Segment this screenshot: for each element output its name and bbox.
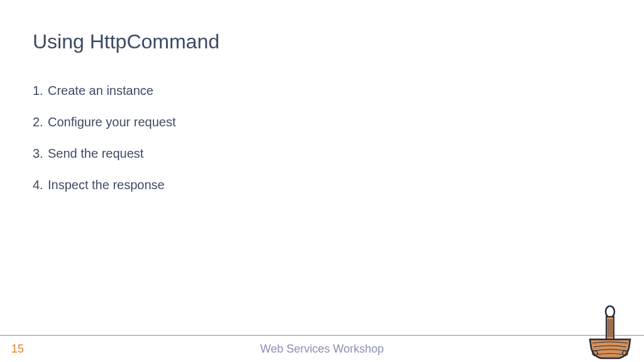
list-item: 4. Inspect the response bbox=[33, 176, 175, 194]
hammer-logo-icon bbox=[587, 304, 633, 361]
list-item: 3. Send the request bbox=[33, 145, 175, 162]
list-text: Configure your request bbox=[48, 113, 175, 131]
list-item: 2. Configure your request bbox=[33, 113, 175, 131]
svg-point-0 bbox=[606, 306, 614, 317]
title-prefix: Using bbox=[33, 30, 90, 53]
footer-title: Web Services Workshop bbox=[260, 343, 384, 356]
list-text: Inspect the response bbox=[48, 176, 165, 194]
list-text: Create an instance bbox=[48, 82, 153, 99]
title-code: HttpCommand bbox=[90, 30, 219, 53]
list-number: 3. bbox=[33, 145, 48, 162]
list-item: 1. Create an instance bbox=[33, 82, 175, 99]
slide-title: Using HttpCommand bbox=[33, 30, 219, 53]
page-number: 15 bbox=[11, 343, 24, 356]
list-number: 2. bbox=[33, 113, 48, 131]
numbered-list: 1. Create an instance 2. Configure your … bbox=[33, 82, 175, 207]
divider bbox=[0, 335, 644, 336]
list-number: 4. bbox=[33, 176, 48, 194]
list-number: 1. bbox=[33, 82, 48, 99]
list-text: Send the request bbox=[48, 145, 143, 162]
